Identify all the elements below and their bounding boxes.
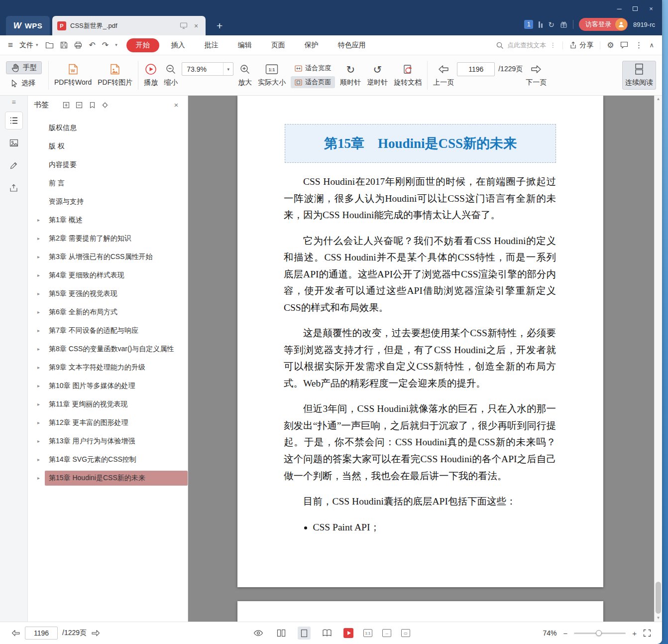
menu-icon[interactable]: ≡ — [8, 40, 13, 50]
bookmark-item[interactable]: ▸ 第7章 不同设备的适配与响应 — [28, 321, 188, 340]
window-count-badge[interactable]: 1 — [524, 20, 533, 29]
bookmark-item[interactable]: ▸ 版权信息 — [28, 119, 188, 137]
save-icon[interactable] — [60, 41, 68, 49]
rotate-counterclockwise-button[interactable]: ↺ 逆时针 — [364, 61, 391, 90]
menu-tab[interactable]: 编辑 — [238, 41, 252, 50]
zoom-in-button[interactable]: 放大 — [235, 61, 255, 90]
add-bookmark-icon[interactable] — [86, 102, 99, 109]
bookmark-item-label[interactable]: 内容提要 — [45, 157, 81, 172]
file-menu[interactable]: 文件 ▾ — [19, 41, 38, 50]
vertical-scrollbar[interactable]: ▲ ▼ — [654, 96, 662, 622]
pdf-page[interactable]: 第15章 Houdini是CSS新的未来 CSS Houdini在2017年刚刚… — [237, 96, 603, 587]
thumbnail-panel-icon[interactable] — [5, 134, 22, 151]
zoom-slider[interactable] — [574, 633, 626, 634]
scroll-up-icon[interactable]: ▲ — [655, 96, 662, 103]
expand-arrow-icon[interactable]: ▸ — [37, 420, 45, 425]
zoom-out-button[interactable]: − — [563, 630, 567, 637]
pdf-to-word-button[interactable]: W PDF转Word — [51, 61, 95, 90]
fit-page-small-icon[interactable]: ▭ — [401, 629, 410, 637]
pdf-to-image-button[interactable]: PDF转图片 — [95, 61, 135, 90]
find-text-button[interactable]: 点此查找文本 ⋮ — [496, 41, 556, 50]
autoplay-button[interactable] — [343, 628, 353, 638]
bookmark-item[interactable]: ▸ 第10章 图片等多媒体的处理 — [28, 377, 188, 395]
collapse-all-icon[interactable] — [73, 102, 86, 109]
double-page-view-icon[interactable] — [321, 627, 334, 640]
zoom-percent-label[interactable]: 74% — [543, 629, 557, 637]
menu-tab[interactable]: 页面 — [271, 41, 285, 50]
bookmark-panel-icon[interactable] — [5, 112, 22, 129]
expand-arrow-icon[interactable]: ▸ — [37, 475, 45, 481]
bookmark-item-label[interactable]: 前 言 — [45, 176, 69, 191]
expand-arrow-icon[interactable]: ▸ — [37, 236, 45, 241]
document-view[interactable]: 第15章 Houdini是CSS新的未来 CSS Houdini在2017年刚刚… — [188, 96, 662, 622]
reading-mode-eye-icon[interactable] — [252, 627, 265, 640]
bookmark-item-label[interactable]: 版权信息 — [45, 121, 81, 135]
bookmark-item[interactable]: ▸ 第15章 Houdini是CSS新的未来 — [28, 469, 188, 487]
undo-icon[interactable]: ↶ — [89, 41, 95, 49]
fullscreen-button[interactable] — [643, 629, 651, 637]
avatar[interactable] — [615, 18, 627, 30]
bookmark-item[interactable]: ▸ 内容提要 — [28, 155, 188, 174]
expand-arrow-icon[interactable]: ▸ — [37, 272, 45, 278]
single-page-view-icon[interactable] — [298, 627, 311, 640]
collapse-panel-icon[interactable]: ≡ — [11, 98, 15, 106]
bookmark-item[interactable]: ▸ 第14章 SVG元素的CSS控制 — [28, 450, 188, 469]
actual-size-small-icon[interactable]: 1:1 — [363, 629, 372, 637]
open-file-icon[interactable] — [45, 41, 54, 49]
gear-icon[interactable]: ⚙ — [607, 41, 614, 49]
hand-tool-button[interactable]: 手型 — [6, 61, 42, 74]
bookmark-item-label[interactable]: 第9章 文本字符处理能力的升级 — [45, 360, 149, 375]
fit-width-small-icon[interactable]: ↔ — [382, 629, 391, 637]
expand-arrow-icon[interactable]: ▸ — [37, 254, 45, 259]
menu-tab[interactable]: 批注 — [205, 41, 219, 50]
bookmark-item-label[interactable]: 第10章 图片等多媒体的处理 — [45, 379, 139, 393]
print-icon[interactable] — [74, 41, 82, 49]
bookmark-item[interactable]: ▸ 版 权 — [28, 137, 188, 155]
tab-start[interactable]: 开始 — [126, 38, 159, 52]
bookmark-item[interactable]: ▸ 第3章 从增强已有的CSS属性开始 — [28, 248, 188, 266]
select-tool-button[interactable]: 选择 — [6, 77, 42, 90]
bookmark-item[interactable]: ▸ 第11章 更绚丽的视觉表现 — [28, 395, 188, 413]
more-icon[interactable]: ⋮ — [635, 41, 643, 49]
expand-arrow-icon[interactable]: ▸ — [37, 457, 45, 462]
close-button[interactable]: × — [643, 2, 659, 14]
sync-icon[interactable]: ↻ — [548, 21, 555, 28]
bookmark-item-label[interactable]: 第14章 SVG元素的CSS控制 — [45, 452, 140, 467]
search-more-icon[interactable]: ⋮ — [550, 42, 556, 48]
screen-share-icon[interactable] — [180, 22, 188, 29]
expand-arrow-icon[interactable]: ▸ — [37, 217, 45, 223]
bookmark-item[interactable]: ▸ 第1章 概述 — [28, 211, 188, 229]
menu-tab[interactable]: 插入 — [171, 41, 185, 50]
bookmark-item-label[interactable]: 第3章 从增强已有的CSS属性开始 — [45, 250, 156, 264]
bookmark-item[interactable]: ▸ 第6章 全新的布局方式 — [28, 303, 188, 321]
bookmark-item-label[interactable]: 第4章 更细致的样式表现 — [45, 268, 128, 283]
zoom-out-button[interactable]: 缩小 — [161, 61, 181, 90]
bookmark-item-label[interactable]: 第2章 需要提前了解的知识 — [45, 231, 135, 246]
collapse-ribbon-icon[interactable]: ∧ — [649, 42, 654, 48]
bookmark-item-label[interactable]: 第15章 Houdini是CSS新的未来 — [45, 471, 188, 486]
expand-arrow-icon[interactable]: ▸ — [37, 309, 45, 315]
bookmark-item-label[interactable]: 第11章 更绚丽的视觉表现 — [45, 397, 131, 412]
quick-access-caret-icon[interactable]: ▾ — [115, 43, 117, 47]
expand-arrow-icon[interactable]: ▸ — [37, 346, 45, 352]
fit-page-button[interactable]: 适合页面 — [291, 76, 335, 88]
chevron-down-icon[interactable]: ▾ — [223, 63, 233, 75]
bookmark-item[interactable]: ▸ 第2章 需要提前了解的知识 — [28, 229, 188, 248]
gift-icon[interactable] — [560, 21, 567, 28]
comment-icon[interactable] — [620, 41, 628, 49]
continuous-read-button[interactable]: 连续阅读 — [622, 61, 656, 90]
expand-arrow-icon[interactable]: ▸ — [37, 383, 45, 388]
fit-width-button[interactable]: 适合宽度 — [291, 62, 335, 74]
bookmark-item-label[interactable]: 第12章 更丰富的图形处理 — [45, 415, 132, 430]
tab-close-icon[interactable]: × — [192, 22, 201, 30]
minimize-button[interactable]: ─ — [611, 2, 627, 14]
next-page-button[interactable]: 下一页 — [523, 61, 550, 90]
document-tab[interactable]: P CSS新世界_.pdf × — [52, 16, 206, 35]
menu-tab[interactable]: 特色应用 — [338, 41, 366, 50]
play-button[interactable]: 播放 — [141, 61, 161, 90]
login-button[interactable]: 访客登录 — [579, 18, 628, 31]
close-panel-icon[interactable]: × — [171, 101, 182, 109]
expand-arrow-icon[interactable]: ▸ — [37, 438, 45, 444]
zoom-level-select[interactable]: 73.9% ▾ — [182, 62, 233, 76]
bookmark-item-label[interactable]: 第8章 CSS的变量函数var()与自定义属性 — [45, 342, 178, 357]
